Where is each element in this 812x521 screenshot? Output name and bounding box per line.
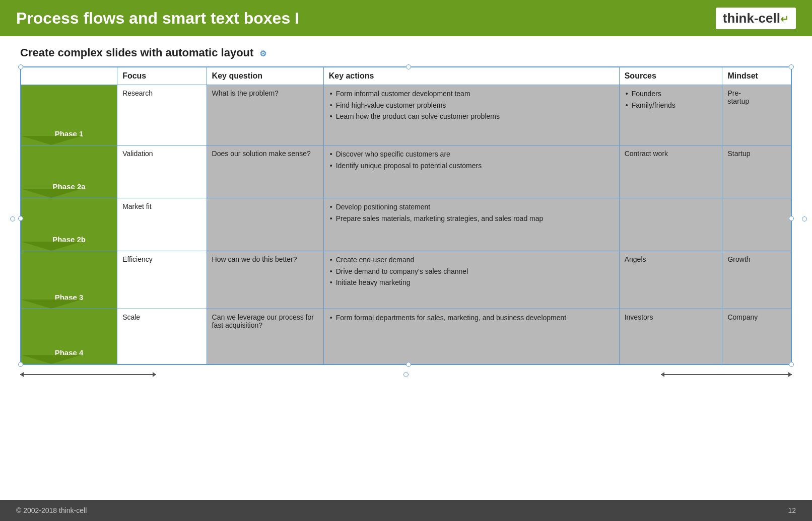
right-side-handle[interactable]: [802, 216, 807, 221]
focus-text-1: Research: [122, 89, 153, 97]
sources-cell-3: Angels: [619, 251, 722, 309]
key-a-cell-2a: Discover who specific customers are Iden…: [323, 145, 619, 198]
header-bar: Process flows and smart text boxes I thi…: [0, 0, 812, 36]
handle-tc[interactable]: [406, 64, 411, 69]
phase-cell-2b: Phase 2b: [21, 198, 117, 251]
handle-br[interactable]: [789, 362, 794, 367]
phase-cell-2a: Phase 2a: [21, 145, 117, 198]
list-item: Prepare sales materials, marketing strat…: [329, 214, 614, 224]
key-q-text-4: Can we leverage our process for fast acq…: [212, 313, 314, 329]
logo-container: think-cell↵: [716, 8, 796, 29]
key-a-cell-1: Form informal customer development team …: [323, 85, 619, 145]
key-a-list-4: Form formal departments for sales, marke…: [329, 313, 614, 323]
list-item: Drive demand to company's sales channel: [329, 267, 614, 277]
mindset-text-2a: Startup: [727, 150, 750, 158]
table-row: Phase 1 Research What is the problem? Fo…: [21, 85, 791, 145]
key-q-cell-2b: [207, 198, 323, 251]
slide-subtitle: Create complex slides with automatic lay…: [20, 46, 792, 59]
col-header-focus: Focus: [117, 67, 207, 85]
phase-label-1: Phase 1: [55, 129, 84, 138]
focus-text-4: Scale: [122, 313, 140, 321]
key-a-list-1: Form informal customer development team …: [329, 89, 614, 122]
center-handle[interactable]: [403, 372, 409, 377]
footer-page-number: 12: [788, 506, 796, 514]
sources-cell-2a: Contract work: [619, 145, 722, 198]
key-q-cell-3: How can we do this better?: [207, 251, 323, 309]
handle-mr[interactable]: [789, 216, 794, 221]
phase-label-3: Phase 3: [55, 293, 84, 302]
focus-cell-2a: Validation: [117, 145, 207, 198]
phase-label-2a: Phase 2a: [53, 182, 86, 191]
focus-cell-4: Scale: [117, 309, 207, 364]
col-header-phase: [21, 67, 117, 85]
key-a-cell-2b: Develop positioning statement Prepare sa…: [323, 198, 619, 251]
key-q-text-1: What is the problem?: [212, 89, 279, 97]
list-item: Discover who specific customers are: [329, 150, 614, 160]
key-a-list-3: Create end-user demand Drive demand to c…: [329, 255, 614, 288]
sources-cell-4: Investors: [619, 309, 722, 364]
key-a-cell-4: Form formal departments for sales, marke…: [323, 309, 619, 364]
focus-text-2a: Validation: [122, 150, 153, 158]
meas-arrow-right: [661, 374, 792, 375]
list-item: Create end-user demand: [329, 255, 614, 265]
handle-ml[interactable]: [18, 216, 23, 221]
focus-cell-2b: Market fit: [117, 198, 207, 251]
focus-text-2b: Market fit: [122, 202, 152, 210]
mindset-text-4: Company: [727, 313, 758, 321]
main-content: Create complex slides with automatic lay…: [0, 36, 812, 388]
col-header-sources: Sources: [619, 67, 722, 85]
col-header-key-question: Key question: [207, 67, 323, 85]
key-q-cell-4: Can we leverage our process for fast acq…: [207, 309, 323, 364]
list-item: Learn how the product can solve customer…: [329, 112, 614, 122]
focus-cell-3: Efficiency: [117, 251, 207, 309]
list-item: Founders: [625, 89, 717, 99]
process-table-wrapper: Focus Key question Key actions Sources M…: [20, 66, 792, 365]
focus-cell-1: Research: [117, 85, 207, 145]
mindset-cell-2b: [722, 198, 791, 251]
col-header-key-actions: Key actions: [323, 67, 619, 85]
mindset-text-3: Growth: [727, 255, 750, 263]
sources-cell-1: Founders Family/friends: [619, 85, 722, 145]
mindset-cell-3: Growth: [722, 251, 791, 309]
phase-cell-4: Phase 4: [21, 309, 117, 364]
key-q-text-2a: Does our solution make sense?: [212, 150, 311, 158]
table-header-row: Focus Key question Key actions Sources M…: [21, 67, 791, 85]
layout-icon: ⚙: [259, 49, 266, 58]
table-row: Phase 2a Validation Does our solution ma…: [21, 145, 791, 198]
sources-text-3: Angels: [625, 255, 646, 263]
meas-arrow-left: [20, 374, 156, 375]
focus-text-3: Efficiency: [122, 255, 153, 263]
slide-header-title: Process flows and smart text boxes I: [16, 9, 299, 28]
logo-text: think-cell↵: [723, 11, 789, 26]
footer-bar: © 2002-2018 think-cell 12: [0, 500, 812, 521]
sources-list-1: Founders Family/friends: [625, 89, 717, 110]
key-q-cell-2a: Does our solution make sense?: [207, 145, 323, 198]
table-row: Phase 3 Efficiency How can we do this be…: [21, 251, 791, 309]
list-item: Find high-value customer problems: [329, 101, 614, 111]
handle-bl[interactable]: [18, 362, 23, 367]
mindset-text-1: Pre-startup: [727, 89, 749, 105]
key-a-cell-3: Create end-user demand Drive demand to c…: [323, 251, 619, 309]
key-a-list-2b: Develop positioning statement Prepare sa…: [329, 202, 614, 224]
mindset-cell-4: Company: [722, 309, 791, 364]
mindset-cell-1: Pre-startup: [722, 85, 791, 145]
handle-bc[interactable]: [406, 362, 411, 367]
handle-tr[interactable]: [789, 64, 794, 69]
list-item: Develop positioning statement: [329, 202, 614, 212]
key-a-list-2a: Discover who specific customers are Iden…: [329, 150, 614, 171]
sources-text-2a: Contract work: [625, 150, 668, 158]
measurement-area: [20, 368, 792, 383]
list-item: Family/friends: [625, 101, 717, 111]
handle-tl[interactable]: [18, 64, 23, 69]
phase-cell-3: Phase 3: [21, 251, 117, 309]
table-row: Phase 2b Market fit Develop positioning …: [21, 198, 791, 251]
left-side-handle[interactable]: [10, 216, 15, 221]
table-row: Phase 4 Scale Can we leverage our proces…: [21, 309, 791, 364]
list-item: Form informal customer development team: [329, 89, 614, 99]
sources-text-4: Investors: [625, 313, 653, 321]
key-q-text-3: How can we do this better?: [212, 255, 297, 263]
list-item: Initiate heavy marketing: [329, 278, 614, 288]
mindset-cell-2a: Startup: [722, 145, 791, 198]
sources-cell-2b: [619, 198, 722, 251]
phase-cell-1: Phase 1: [21, 85, 117, 145]
